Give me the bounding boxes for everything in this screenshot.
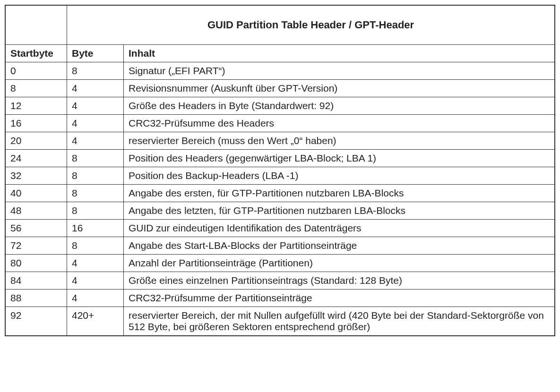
cell-byte: 8	[67, 62, 124, 80]
header-byte: Byte	[67, 45, 124, 62]
cell-inhalt: Angabe des ersten, für GTP-Partitionen n…	[124, 185, 555, 202]
cell-inhalt: reservierter Bereich, der mit Nullen auf…	[124, 307, 555, 336]
title-row: GUID Partition Table Header / GPT-Header	[6, 6, 555, 45]
table-title: GUID Partition Table Header / GPT-Header	[67, 6, 555, 45]
cell-byte: 420+	[67, 307, 124, 336]
header-row: Startbyte Byte Inhalt	[6, 45, 555, 62]
cell-startbyte: 12	[6, 97, 67, 115]
table-row: 0 8 Signatur („EFI PART“)	[6, 62, 555, 80]
table-row: 32 8 Position des Backup-Headers (LBA -1…	[6, 167, 555, 185]
cell-inhalt: CRC32-Prüfsumme des Headers	[124, 115, 555, 132]
cell-byte: 4	[67, 115, 124, 132]
cell-inhalt: Position des Backup-Headers (LBA -1)	[124, 167, 555, 185]
cell-inhalt: Anzahl der Partitionseinträge (Partition…	[124, 255, 555, 272]
cell-inhalt: Größe des Headers in Byte (Standardwert:…	[124, 97, 555, 115]
cell-startbyte: 16	[6, 115, 67, 132]
cell-startbyte: 8	[6, 80, 67, 97]
table-row: 84 4 Größe eines einzelnen Partitionsein…	[6, 272, 555, 290]
cell-startbyte: 40	[6, 185, 67, 202]
cell-inhalt: Angabe des Start-LBA-Blocks der Partitio…	[124, 237, 555, 255]
cell-inhalt: Revisionsnummer (Auskunft über GPT-Versi…	[124, 80, 555, 97]
table-row: 80 4 Anzahl der Partitionseinträge (Part…	[6, 255, 555, 272]
table-row: 16 4 CRC32-Prüfsumme des Headers	[6, 115, 555, 132]
header-inhalt: Inhalt	[124, 45, 555, 62]
cell-startbyte: 0	[6, 62, 67, 80]
cell-byte: 16	[67, 220, 124, 237]
gpt-header-table: GUID Partition Table Header / GPT-Header…	[5, 5, 555, 336]
cell-startbyte: 24	[6, 150, 67, 167]
cell-byte: 4	[67, 272, 124, 290]
title-empty-cell	[6, 6, 67, 45]
cell-inhalt: reservierter Bereich (muss den Wert „0“ …	[124, 132, 555, 150]
table-row: 24 8 Position des Headers (gegenwärtiger…	[6, 150, 555, 167]
cell-startbyte: 92	[6, 307, 67, 336]
cell-byte: 4	[67, 132, 124, 150]
gpt-header-table-container: GUID Partition Table Header / GPT-Header…	[5, 5, 555, 336]
cell-inhalt: Position des Headers (gegenwärtiger LBA-…	[124, 150, 555, 167]
cell-inhalt: Größe eines einzelnen Partitionseintrags…	[124, 272, 555, 290]
cell-startbyte: 56	[6, 220, 67, 237]
table-row: 72 8 Angabe des Start-LBA-Blocks der Par…	[6, 237, 555, 255]
cell-startbyte: 32	[6, 167, 67, 185]
cell-inhalt: GUID zur eindeutigen Identifikation des …	[124, 220, 555, 237]
cell-byte: 8	[67, 185, 124, 202]
cell-byte: 8	[67, 237, 124, 255]
cell-byte: 4	[67, 290, 124, 307]
cell-startbyte: 88	[6, 290, 67, 307]
table-row: 12 4 Größe des Headers in Byte (Standard…	[6, 97, 555, 115]
cell-inhalt: Angabe des letzten, für GTP-Partitionen …	[124, 202, 555, 220]
cell-startbyte: 72	[6, 237, 67, 255]
table-row: 40 8 Angabe des ersten, für GTP-Partitio…	[6, 185, 555, 202]
header-startbyte: Startbyte	[6, 45, 67, 62]
cell-startbyte: 84	[6, 272, 67, 290]
cell-byte: 8	[67, 167, 124, 185]
table-row: 92 420+ reservierter Bereich, der mit Nu…	[6, 307, 555, 336]
cell-inhalt: Signatur („EFI PART“)	[124, 62, 555, 80]
cell-byte: 4	[67, 97, 124, 115]
table-row: 48 8 Angabe des letzten, für GTP-Partiti…	[6, 202, 555, 220]
cell-byte: 8	[67, 202, 124, 220]
cell-startbyte: 80	[6, 255, 67, 272]
table-row: 88 4 CRC32-Prüfsumme der Partitionseintr…	[6, 290, 555, 307]
table-row: 56 16 GUID zur eindeutigen Identifikatio…	[6, 220, 555, 237]
cell-startbyte: 48	[6, 202, 67, 220]
table-row: 20 4 reservierter Bereich (muss den Wert…	[6, 132, 555, 150]
cell-inhalt: CRC32-Prüfsumme der Partitionseinträge	[124, 290, 555, 307]
cell-byte: 8	[67, 150, 124, 167]
cell-byte: 4	[67, 255, 124, 272]
cell-startbyte: 20	[6, 132, 67, 150]
cell-byte: 4	[67, 80, 124, 97]
table-row: 8 4 Revisionsnummer (Auskunft über GPT-V…	[6, 80, 555, 97]
